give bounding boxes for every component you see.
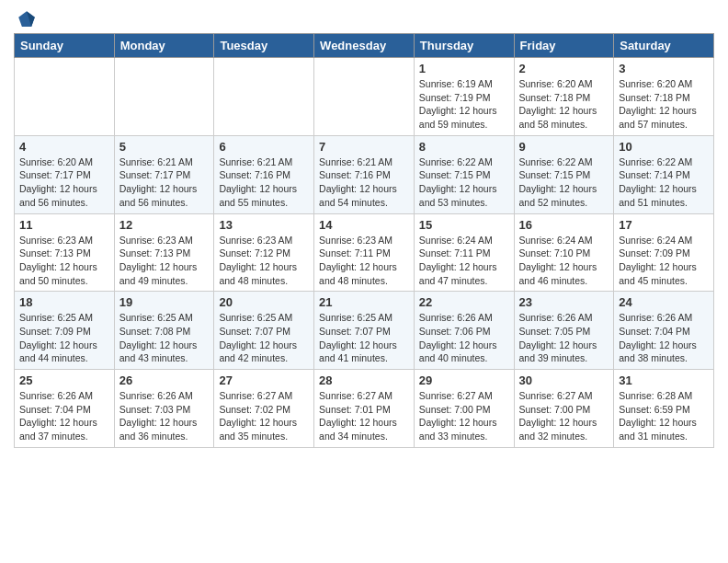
day-cell: 22Sunrise: 6:26 AM Sunset: 7:06 PM Dayli… <box>414 292 514 370</box>
week-row-5: 25Sunrise: 6:26 AM Sunset: 7:04 PM Dayli… <box>15 370 714 448</box>
day-info: Sunrise: 6:21 AM Sunset: 7:16 PM Dayligh… <box>319 155 409 210</box>
day-number: 24 <box>619 295 709 309</box>
day-info: Sunrise: 6:25 AM Sunset: 7:09 PM Dayligh… <box>19 311 109 365</box>
day-cell: 7Sunrise: 6:21 AM Sunset: 7:16 PM Daylig… <box>314 135 415 213</box>
day-number: 9 <box>519 140 609 154</box>
day-cell: 2Sunrise: 6:20 AM Sunset: 7:18 PM Daylig… <box>514 58 614 136</box>
day-cell: 17Sunrise: 6:24 AM Sunset: 7:09 PM Dayli… <box>614 213 714 292</box>
day-info: Sunrise: 6:25 AM Sunset: 7:07 PM Dayligh… <box>219 311 309 365</box>
day-cell: 19Sunrise: 6:25 AM Sunset: 7:08 PM Dayli… <box>114 292 214 370</box>
day-cell <box>114 58 214 136</box>
day-number: 6 <box>219 140 309 154</box>
day-number: 5 <box>119 140 210 154</box>
day-info: Sunrise: 6:27 AM Sunset: 7:02 PM Dayligh… <box>219 389 309 443</box>
weekday-header-row: SundayMondayTuesdayWednesdayThursdayFrid… <box>15 34 714 58</box>
day-number: 15 <box>419 218 509 232</box>
day-info: Sunrise: 6:28 AM Sunset: 6:59 PM Dayligh… <box>619 389 709 443</box>
day-info: Sunrise: 6:27 AM Sunset: 7:00 PM Dayligh… <box>419 389 509 443</box>
week-row-1: 1Sunrise: 6:19 AM Sunset: 7:19 PM Daylig… <box>15 58 714 136</box>
day-number: 12 <box>119 218 210 232</box>
day-info: Sunrise: 6:23 AM Sunset: 7:13 PM Dayligh… <box>119 234 210 288</box>
page: SundayMondayTuesdayWednesdayThursdayFrid… <box>0 0 728 457</box>
day-info: Sunrise: 6:21 AM Sunset: 7:17 PM Dayligh… <box>119 155 210 210</box>
day-info: Sunrise: 6:23 AM Sunset: 7:11 PM Dayligh… <box>319 234 409 288</box>
day-number: 10 <box>619 140 709 154</box>
weekday-friday: Friday <box>514 34 614 58</box>
day-number: 31 <box>619 373 709 387</box>
day-info: Sunrise: 6:25 AM Sunset: 7:07 PM Dayligh… <box>319 311 409 365</box>
day-number: 28 <box>319 373 409 387</box>
day-number: 16 <box>519 218 609 232</box>
day-cell: 1Sunrise: 6:19 AM Sunset: 7:19 PM Daylig… <box>414 58 514 136</box>
day-cell: 24Sunrise: 6:26 AM Sunset: 7:04 PM Dayli… <box>614 292 714 370</box>
day-info: Sunrise: 6:22 AM Sunset: 7:15 PM Dayligh… <box>519 155 609 210</box>
weekday-tuesday: Tuesday <box>214 34 314 58</box>
day-number: 19 <box>119 295 210 309</box>
day-cell: 27Sunrise: 6:27 AM Sunset: 7:02 PM Dayli… <box>214 370 314 448</box>
day-cell: 4Sunrise: 6:20 AM Sunset: 7:17 PM Daylig… <box>15 135 115 213</box>
day-info: Sunrise: 6:20 AM Sunset: 7:17 PM Dayligh… <box>19 155 109 210</box>
day-info: Sunrise: 6:27 AM Sunset: 7:00 PM Dayligh… <box>519 389 609 443</box>
day-info: Sunrise: 6:26 AM Sunset: 7:04 PM Dayligh… <box>19 389 109 443</box>
weekday-sunday: Sunday <box>15 34 115 58</box>
day-number: 18 <box>19 295 109 309</box>
day-cell: 8Sunrise: 6:22 AM Sunset: 7:15 PM Daylig… <box>414 135 514 213</box>
day-cell: 11Sunrise: 6:23 AM Sunset: 7:13 PM Dayli… <box>15 213 115 292</box>
day-info: Sunrise: 6:21 AM Sunset: 7:16 PM Dayligh… <box>219 155 309 210</box>
day-cell: 6Sunrise: 6:21 AM Sunset: 7:16 PM Daylig… <box>214 135 314 213</box>
day-info: Sunrise: 6:22 AM Sunset: 7:14 PM Dayligh… <box>619 155 709 210</box>
day-info: Sunrise: 6:20 AM Sunset: 7:18 PM Dayligh… <box>619 77 709 132</box>
day-info: Sunrise: 6:26 AM Sunset: 7:03 PM Dayligh… <box>119 389 210 443</box>
day-cell: 9Sunrise: 6:22 AM Sunset: 7:15 PM Daylig… <box>514 135 614 213</box>
day-number: 21 <box>319 295 409 309</box>
day-cell: 15Sunrise: 6:24 AM Sunset: 7:11 PM Dayli… <box>414 213 514 292</box>
week-row-3: 11Sunrise: 6:23 AM Sunset: 7:13 PM Dayli… <box>15 213 714 292</box>
logo-icon <box>17 9 37 29</box>
day-cell: 3Sunrise: 6:20 AM Sunset: 7:18 PM Daylig… <box>614 58 714 136</box>
day-cell <box>15 58 115 136</box>
header <box>14 9 714 29</box>
weekday-wednesday: Wednesday <box>314 34 415 58</box>
day-number: 3 <box>619 62 709 75</box>
day-number: 26 <box>119 373 210 387</box>
day-number: 27 <box>219 373 309 387</box>
day-cell: 20Sunrise: 6:25 AM Sunset: 7:07 PM Dayli… <box>214 292 314 370</box>
day-cell: 30Sunrise: 6:27 AM Sunset: 7:00 PM Dayli… <box>514 370 614 448</box>
day-cell: 21Sunrise: 6:25 AM Sunset: 7:07 PM Dayli… <box>314 292 415 370</box>
weekday-thursday: Thursday <box>414 34 514 58</box>
day-info: Sunrise: 6:25 AM Sunset: 7:08 PM Dayligh… <box>119 311 210 365</box>
day-info: Sunrise: 6:23 AM Sunset: 7:12 PM Dayligh… <box>219 234 309 288</box>
day-number: 17 <box>619 218 709 232</box>
day-cell: 23Sunrise: 6:26 AM Sunset: 7:05 PM Dayli… <box>514 292 614 370</box>
day-cell <box>314 58 415 136</box>
day-cell: 31Sunrise: 6:28 AM Sunset: 6:59 PM Dayli… <box>614 370 714 448</box>
day-cell: 18Sunrise: 6:25 AM Sunset: 7:09 PM Dayli… <box>15 292 115 370</box>
day-info: Sunrise: 6:27 AM Sunset: 7:01 PM Dayligh… <box>319 389 409 443</box>
day-cell <box>214 58 314 136</box>
day-number: 25 <box>19 373 109 387</box>
day-number: 29 <box>419 373 509 387</box>
day-cell: 13Sunrise: 6:23 AM Sunset: 7:12 PM Dayli… <box>214 213 314 292</box>
day-cell: 5Sunrise: 6:21 AM Sunset: 7:17 PM Daylig… <box>114 135 214 213</box>
day-info: Sunrise: 6:19 AM Sunset: 7:19 PM Dayligh… <box>419 77 509 132</box>
day-number: 7 <box>319 140 409 154</box>
day-cell: 28Sunrise: 6:27 AM Sunset: 7:01 PM Dayli… <box>314 370 415 448</box>
day-info: Sunrise: 6:26 AM Sunset: 7:06 PM Dayligh… <box>419 311 509 365</box>
day-info: Sunrise: 6:24 AM Sunset: 7:09 PM Dayligh… <box>619 234 709 288</box>
day-info: Sunrise: 6:24 AM Sunset: 7:10 PM Dayligh… <box>519 234 609 288</box>
day-number: 4 <box>19 140 109 154</box>
day-cell: 25Sunrise: 6:26 AM Sunset: 7:04 PM Dayli… <box>15 370 115 448</box>
day-number: 11 <box>19 218 109 232</box>
day-number: 13 <box>219 218 309 232</box>
day-cell: 12Sunrise: 6:23 AM Sunset: 7:13 PM Dayli… <box>114 213 214 292</box>
day-number: 30 <box>519 373 609 387</box>
day-info: Sunrise: 6:22 AM Sunset: 7:15 PM Dayligh… <box>419 155 509 210</box>
day-info: Sunrise: 6:26 AM Sunset: 7:05 PM Dayligh… <box>519 311 609 365</box>
week-row-2: 4Sunrise: 6:20 AM Sunset: 7:17 PM Daylig… <box>15 135 714 213</box>
day-info: Sunrise: 6:24 AM Sunset: 7:11 PM Dayligh… <box>419 234 509 288</box>
week-row-4: 18Sunrise: 6:25 AM Sunset: 7:09 PM Dayli… <box>15 292 714 370</box>
day-number: 14 <box>319 218 409 232</box>
logo <box>14 9 37 29</box>
day-info: Sunrise: 6:20 AM Sunset: 7:18 PM Dayligh… <box>519 77 609 132</box>
day-number: 20 <box>219 295 309 309</box>
